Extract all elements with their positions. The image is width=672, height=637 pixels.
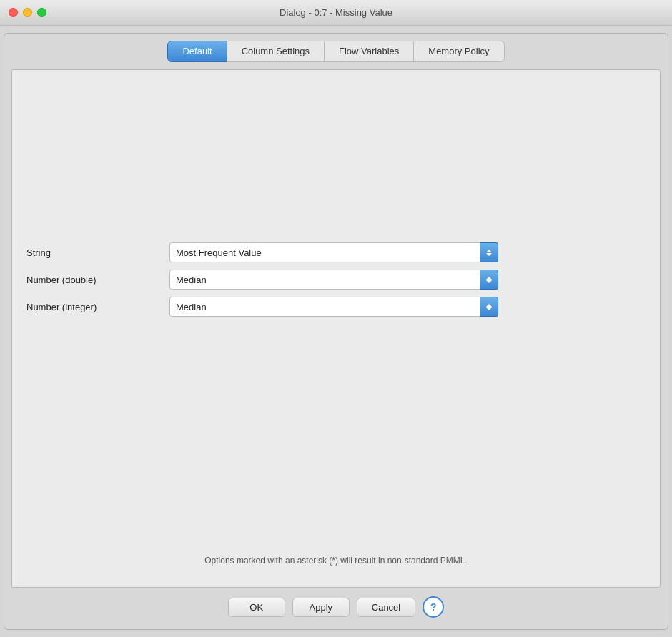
window-title: Dialog - 0:7 - Missing Value (280, 7, 392, 18)
settings-area: String Most Frequent Value Do Nothing Re… (26, 217, 646, 350)
ok-button[interactable]: OK (228, 598, 285, 617)
integer-select[interactable]: Do Nothing Remove Row Most Frequent Valu… (169, 297, 498, 317)
dialog-body: Default Column Settings Flow Variables M… (4, 33, 668, 630)
integer-field-row: Number (integer) Do Nothing Remove Row M… (26, 297, 646, 317)
string-label: String (26, 247, 169, 258)
double-field-row: Number (double) Do Nothing Remove Row Mo… (26, 270, 646, 290)
tab-column-settings[interactable]: Column Settings (227, 41, 325, 62)
string-field-row: String Most Frequent Value Do Nothing Re… (26, 242, 646, 262)
content-panel: String Most Frequent Value Do Nothing Re… (11, 69, 661, 588)
integer-label: Number (integer) (26, 302, 169, 312)
double-select-wrapper: Do Nothing Remove Row Most Frequent Valu… (169, 270, 498, 290)
cancel-button[interactable]: Cancel (357, 598, 415, 617)
traffic-lights (9, 8, 46, 17)
double-select[interactable]: Do Nothing Remove Row Most Frequent Valu… (169, 270, 498, 290)
title-bar: Dialog - 0:7 - Missing Value (0, 0, 672, 26)
pmml-note: Options marked with an asterisk (*) will… (26, 548, 646, 573)
minimize-button[interactable] (23, 8, 32, 17)
double-label: Number (double) (26, 275, 169, 285)
apply-button[interactable]: Apply (292, 598, 350, 617)
close-button[interactable] (9, 8, 18, 17)
tab-flow-variables[interactable]: Flow Variables (325, 41, 414, 62)
help-button[interactable]: ? (423, 596, 444, 618)
tab-memory-policy[interactable]: Memory Policy (414, 41, 504, 62)
string-select-wrapper: Most Frequent Value Do Nothing Remove Ro… (169, 242, 498, 262)
tab-bar: Default Column Settings Flow Variables M… (11, 41, 661, 62)
tab-default[interactable]: Default (167, 41, 227, 62)
integer-select-wrapper: Do Nothing Remove Row Most Frequent Valu… (169, 297, 498, 317)
string-select[interactable]: Most Frequent Value Do Nothing Remove Ro… (169, 242, 498, 262)
maximize-button[interactable] (37, 8, 46, 17)
button-bar: OK Apply Cancel ? (11, 588, 661, 622)
